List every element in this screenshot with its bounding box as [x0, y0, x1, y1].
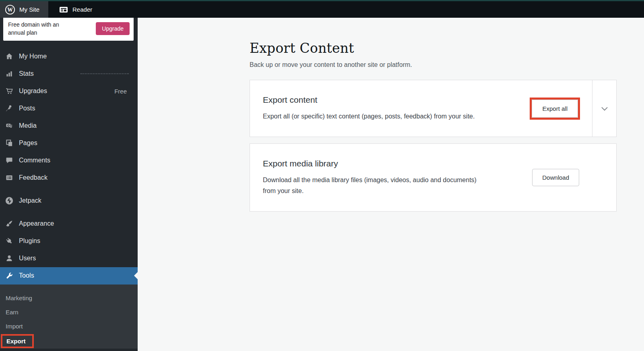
submenu-item-export[interactable]: Export: [6, 338, 26, 345]
submenu-item-import[interactable]: Import: [6, 319, 138, 333]
sidebar-item-tools[interactable]: Tools: [0, 267, 138, 285]
reader-tab[interactable]: Reader: [54, 1, 99, 18]
export-content-action: Export all: [530, 80, 592, 137]
menu-separator: [0, 210, 138, 215]
svg-text:W: W: [7, 6, 13, 12]
sidebar-item-comments[interactable]: Comments: [0, 152, 138, 169]
sidebar-item-jetpack[interactable]: Jetpack: [0, 192, 138, 210]
cart-icon: [5, 87, 14, 96]
home-icon: [5, 52, 14, 61]
jetpack-icon: [5, 196, 14, 205]
page-title: Export Content: [250, 40, 617, 56]
reader-icon: [59, 5, 68, 15]
user-icon: [5, 254, 14, 263]
upgrade-button[interactable]: Upgrade: [96, 22, 130, 35]
download-button[interactable]: Download: [532, 169, 579, 186]
sidebar-item-pages[interactable]: Pages: [0, 135, 138, 152]
wordpress-logo-icon: W: [5, 4, 15, 15]
sidebar-item-stats[interactable]: Stats: [0, 65, 138, 83]
stats-icon: [5, 69, 14, 78]
sidebar-item-posts[interactable]: Posts: [0, 100, 138, 117]
main-content: Export Content Back up or move your cont…: [138, 18, 644, 351]
export-media-description: Download all the media library files (im…: [263, 174, 490, 196]
submenu-item-marketing[interactable]: Marketing: [6, 291, 138, 305]
menu-separator: [0, 187, 138, 192]
sidebar-item-plugins[interactable]: Plugins: [0, 233, 138, 250]
export-media-action: Download: [532, 144, 616, 211]
chevron-down-icon: [599, 103, 610, 114]
comment-icon: [5, 156, 14, 165]
upsell-banner: Free domain with an annual plan Upgrade: [3, 17, 134, 41]
export-options-expander[interactable]: [592, 80, 616, 137]
plugin-icon: [5, 237, 14, 245]
export-media-card: Export media library Download all the me…: [250, 143, 617, 212]
sidebar-item-my-home[interactable]: My Home: [0, 48, 138, 65]
wrench-icon: [5, 271, 14, 280]
stats-sparkline: [80, 73, 129, 74]
sidebar-item-media[interactable]: Media: [0, 117, 138, 135]
export-all-button[interactable]: Export all: [532, 100, 578, 118]
submenu-item-earn[interactable]: Earn: [6, 305, 138, 319]
pages-icon: [5, 139, 14, 147]
reader-label: Reader: [72, 6, 92, 13]
export-media-card-body: Export media library Download all the me…: [250, 144, 532, 211]
my-site-label: My Site: [19, 6, 39, 13]
upgrades-free-badge: Free: [114, 88, 127, 95]
sidebar: Free domain with an annual plan Upgrade …: [0, 18, 138, 351]
sidebar-item-upgrades[interactable]: Upgrades Free: [0, 83, 138, 100]
export-content-heading: Export content: [263, 95, 517, 105]
annotation-box-export: Export: [1, 334, 34, 348]
sidebar-item-users[interactable]: Users: [0, 250, 138, 267]
sidebar-item-feedback[interactable]: Feedback: [0, 169, 138, 187]
active-menu-arrow: [134, 272, 138, 279]
page-subtitle: Back up or move your content to another …: [250, 61, 617, 69]
export-content-card: Export content Export all (or specific) …: [250, 80, 617, 137]
my-site-tab[interactable]: W My Site: [0, 1, 48, 18]
feedback-icon: [5, 173, 14, 182]
annotation-box-export-all: Export all: [530, 98, 580, 120]
export-content-card-body: Export content Export all (or specific) …: [250, 80, 530, 137]
pushpin-icon: [5, 104, 14, 113]
media-icon: [5, 121, 14, 130]
brush-icon: [5, 219, 14, 228]
tools-submenu: Marketing Earn Import Export: [0, 285, 138, 349]
upsell-text: Free domain with an annual plan: [8, 21, 76, 37]
sidebar-bottom-strip: [0, 349, 138, 351]
top-admin-bar: W My Site Reader: [0, 0, 644, 18]
export-content-description: Export all (or specific) text content (p…: [263, 111, 490, 122]
sidebar-item-appearance[interactable]: Appearance: [0, 215, 138, 233]
sidebar-menu: My Home Stats Upgrades: [0, 44, 138, 285]
export-media-heading: Export media library: [263, 159, 519, 168]
